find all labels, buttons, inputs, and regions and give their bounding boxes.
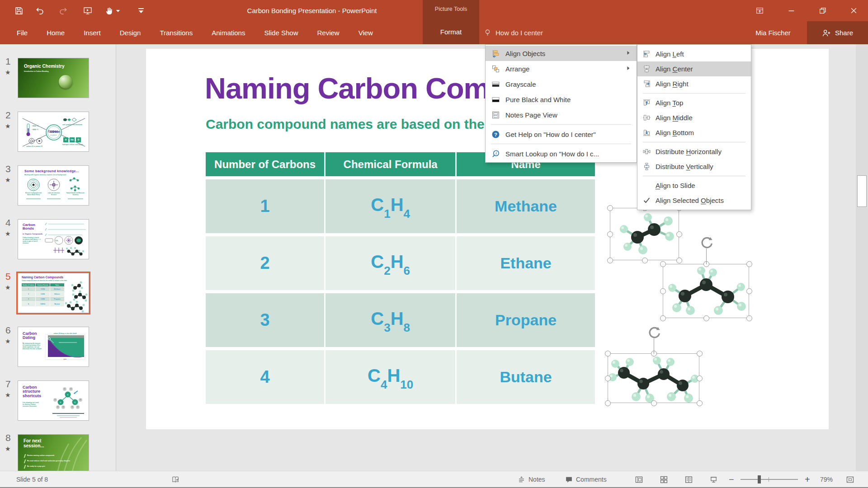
- tab-slide-show[interactable]: Slide Show: [255, 29, 307, 37]
- slideshow-view-button[interactable]: [710, 471, 717, 488]
- slide-thumbnail[interactable]: Some background knowledge... Working wit…: [18, 165, 89, 206]
- selection-box[interactable]: [610, 208, 679, 260]
- menu-item-align-middle[interactable]: Align Middle: [637, 110, 751, 125]
- molecule-image-ethane[interactable]: [610, 208, 679, 261]
- tab-insert[interactable]: Insert: [74, 29, 110, 37]
- menu-item-align-selected-objects[interactable]: Align Selected Objects: [637, 193, 751, 208]
- slide-thumbnail-pane[interactable]: 1 ★ Organic Chemistry Introduction to Ca…: [0, 44, 116, 471]
- redo-button[interactable]: [58, 5, 69, 16]
- sizing-handle[interactable]: [651, 400, 657, 406]
- zoom-level[interactable]: 79%: [820, 471, 833, 488]
- fit-slide-to-window-button[interactable]: [846, 471, 854, 488]
- sizing-handle[interactable]: [605, 351, 611, 357]
- menu-item-notes-page-view[interactable]: Notes Page View: [486, 107, 637, 122]
- sizing-handle[interactable]: [607, 231, 613, 237]
- slide-sorter-view-button[interactable]: [660, 471, 668, 488]
- slide-thumbnail-selected[interactable]: Naming Carbon Compounds Carbon compound …: [18, 273, 89, 313]
- tab-view[interactable]: View: [349, 29, 382, 37]
- menu-item-align-top[interactable]: Align Top: [637, 95, 751, 110]
- normal-view-button[interactable]: [635, 471, 643, 488]
- menu-item-align-bottom[interactable]: Align Bottom: [637, 125, 751, 140]
- vertical-scrollbar[interactable]: [856, 44, 868, 471]
- menu-item-align-objects[interactable]: Align Objects: [486, 46, 637, 61]
- cell-name: Methane: [457, 179, 595, 233]
- undo-button[interactable]: [34, 5, 45, 16]
- zoom-slider-track[interactable]: [741, 479, 798, 480]
- sizing-handle[interactable]: [660, 288, 666, 294]
- menu-item-get-help-on-how-do-i-center[interactable]: ?Get Help on "How do I center": [486, 127, 637, 142]
- tab-home[interactable]: Home: [37, 29, 74, 37]
- sizing-handle[interactable]: [697, 400, 703, 406]
- tab-design[interactable]: Design: [110, 29, 151, 37]
- notes-button[interactable]: Notes: [518, 471, 545, 488]
- zoom-in-button[interactable]: +: [805, 471, 810, 488]
- align-right-icon: [637, 80, 656, 88]
- zoom-out-button[interactable]: −: [729, 471, 734, 488]
- slide-thumbnail[interactable]: Carbon Bonds in Organic Compounds Carbon…: [18, 219, 89, 259]
- compound-table[interactable]: Number of CarbonsChemical FormulaName1C1…: [206, 152, 595, 404]
- sizing-handle[interactable]: [697, 351, 703, 357]
- menu-item-arrange[interactable]: Arrange: [486, 61, 637, 76]
- reading-view-button[interactable]: [685, 471, 693, 488]
- sizing-handle[interactable]: [660, 315, 666, 321]
- menu-item-align-left[interactable]: Align Left: [637, 47, 751, 61]
- ribbon-display-options-button[interactable]: [753, 4, 766, 17]
- customize-qat-button[interactable]: [136, 5, 146, 16]
- accessibility-checker-button[interactable]: [172, 471, 179, 488]
- share-button[interactable]: Share: [807, 21, 868, 44]
- menu-item-align-to-slide[interactable]: Align to Slide: [637, 178, 751, 193]
- sizing-handle[interactable]: [607, 258, 613, 263]
- menu-item-align-right[interactable]: Align Right: [637, 76, 751, 91]
- menu-item-distribute-horizontally[interactable]: Distribute Horizontally: [637, 144, 751, 159]
- slide-indicator[interactable]: Slide 5 of 8: [16, 471, 48, 488]
- sizing-handle[interactable]: [703, 315, 709, 321]
- sizing-handle[interactable]: [605, 400, 611, 406]
- cell-formula: C4H10: [326, 350, 455, 404]
- sizing-handle[interactable]: [697, 375, 703, 381]
- sizing-handle[interactable]: [676, 258, 682, 263]
- menu-item-align-center[interactable]: Align Center: [637, 61, 751, 76]
- sizing-handle[interactable]: [605, 375, 611, 381]
- sizing-handle[interactable]: [746, 288, 752, 294]
- sizing-handle[interactable]: [676, 231, 682, 237]
- sizing-handle[interactable]: [660, 261, 666, 267]
- tab-format[interactable]: Format: [423, 28, 479, 36]
- slide-thumbnail[interactable]: Organic Chemistry Introduction to Carbon…: [18, 58, 89, 98]
- slide-thumbnail[interactable]: Carbon Dating By measuring the amount of…: [18, 327, 89, 367]
- zoom-slider-thumb[interactable]: [758, 475, 761, 483]
- rotate-handle[interactable]: [647, 325, 661, 339]
- close-button[interactable]: [847, 4, 860, 17]
- sizing-handle[interactable]: [746, 261, 752, 267]
- comments-button[interactable]: Comments: [565, 471, 607, 488]
- touch-mouse-mode-button[interactable]: [104, 5, 115, 16]
- restore-button[interactable]: [816, 4, 829, 17]
- slide-thumbnail[interactable]: Carbon structure shortcuts Line drawings…: [18, 380, 89, 421]
- touch-mode-dropdown[interactable]: [115, 5, 121, 16]
- zoom-slider-center-tick: [769, 477, 769, 482]
- tab-review[interactable]: Review: [307, 29, 349, 37]
- minimize-button[interactable]: [784, 4, 798, 17]
- selection-box[interactable]: [608, 353, 699, 403]
- menu-item-distribute-vertically[interactable]: Distribute Vertically: [637, 159, 751, 174]
- selection-box[interactable]: [663, 264, 749, 318]
- save-button[interactable]: [14, 5, 24, 16]
- tab-transitions[interactable]: Transitions: [150, 29, 202, 37]
- menu-item-grayscale[interactable]: Grayscale: [486, 76, 637, 92]
- scrollbar-thumb[interactable]: [857, 175, 867, 207]
- sizing-handle[interactable]: [607, 205, 613, 211]
- sizing-handle[interactable]: [642, 258, 648, 263]
- slide-thumbnail[interactable]: Carbon at a glance ~3550 °C ~3800 °C coa…: [18, 112, 89, 152]
- slide-thumbnail[interactable]: For next session... Review naming carbon…: [18, 434, 89, 471]
- tab-file[interactable]: File: [7, 29, 37, 37]
- sizing-handle[interactable]: [746, 315, 752, 321]
- rotate-handle[interactable]: [699, 235, 714, 249]
- start-slideshow-button[interactable]: [82, 5, 93, 16]
- user-account[interactable]: Mia Fischer: [744, 21, 802, 44]
- tab-animations[interactable]: Animations: [202, 29, 255, 37]
- menu-item-pure-black-and-white[interactable]: Pure Black and White: [486, 92, 637, 107]
- tell-me-box[interactable]: How do I center: [484, 21, 543, 44]
- menu-item-smart-lookup-on-how-do-i-c[interactable]: iSmart Lookup on "How do I c...: [486, 146, 637, 161]
- molecule-image-butane[interactable]: [608, 354, 700, 404]
- cell-formula: C1H4: [326, 179, 455, 233]
- molecule-image-propane[interactable]: [663, 264, 750, 319]
